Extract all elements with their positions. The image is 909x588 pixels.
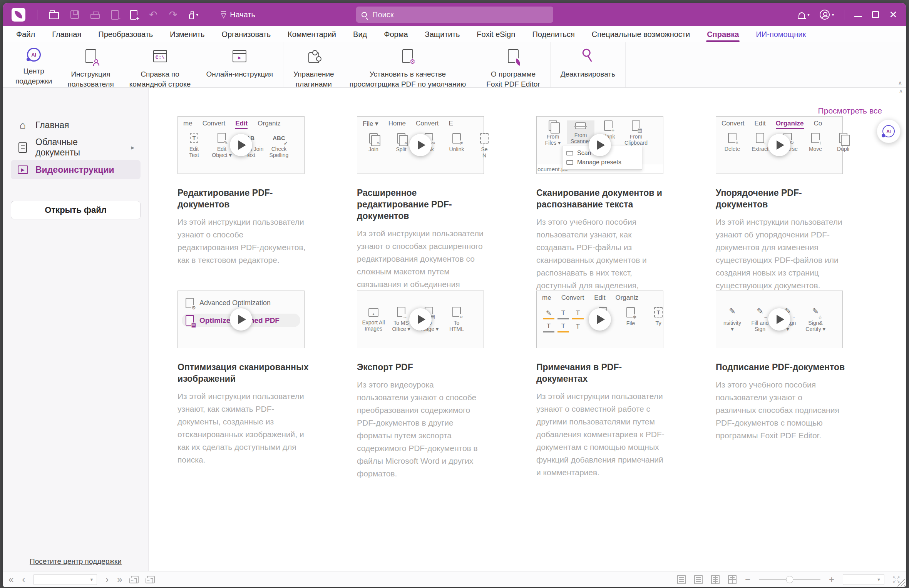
tab-защитить[interactable]: Защитить [424, 28, 461, 41]
hand-tool-button[interactable]: ▾ [189, 10, 199, 19]
unlink-icon: ≠ [452, 133, 461, 144]
support-center-link[interactable]: Посетите центр поддержки [3, 557, 148, 566]
video-thumbnail[interactable]: File ▾HomeConvertE»Join«Split∞Link≠Unlin… [357, 116, 484, 174]
maximize-button[interactable] [872, 11, 879, 18]
single-page-icon[interactable] [677, 575, 686, 584]
tab-изменить[interactable]: Изменить [169, 28, 205, 41]
open-file-button[interactable] [49, 10, 59, 19]
start-menu-button[interactable]: ▽ Начать [221, 10, 255, 19]
scroll-up-icon[interactable]: ∧ [899, 88, 903, 94]
puzzle-glyph [308, 52, 319, 63]
tab-foxit-esign[interactable]: Foxit eSign [476, 28, 516, 41]
zoom-out-icon[interactable]: − [745, 575, 750, 584]
redo-button[interactable]: ↷ [169, 10, 177, 20]
tab-поделиться[interactable]: Поделиться [531, 28, 575, 41]
print-button[interactable] [90, 10, 100, 19]
search-input[interactable] [372, 10, 548, 20]
ribbon-item-label: Деактивировать [561, 69, 615, 79]
play-button[interactable] [230, 134, 252, 156]
account-button[interactable]: ▾ [820, 10, 834, 20]
play-button[interactable] [589, 308, 611, 331]
play-triangle-icon [777, 315, 784, 324]
save-button[interactable] [70, 10, 79, 19]
thumb-tool-label: To MS Office ▾ [392, 320, 410, 332]
tab-комментарий[interactable]: Комментарий [287, 28, 337, 41]
last-page-icon[interactable]: » [117, 575, 122, 584]
ribbon-item-default-viewer[interactable]: ⚙Установить в качествепросмотрщика PDF п… [342, 48, 474, 89]
ribbon-item-cmdline-help[interactable]: C:\Справка покомандной строке [122, 48, 199, 89]
continuous-icon[interactable] [694, 575, 703, 584]
play-triangle-icon [777, 140, 784, 150]
tab-специальные-возможности[interactable]: Специальные возможности [591, 28, 691, 41]
tab-справка[interactable]: Справка [706, 28, 740, 41]
play-button[interactable] [768, 308, 790, 331]
tab-ии-помощник[interactable]: ИИ-помощник [755, 28, 807, 41]
zoom-in-icon[interactable]: + [829, 575, 834, 584]
video-thumbnail[interactable]: ⚙Advanced Optimization▤Optimize Scanned … [177, 291, 305, 348]
search-box[interactable] [356, 7, 553, 23]
next-view-icon[interactable]: → [147, 576, 155, 583]
video-thumbnail[interactable]: meConvertEditOrganizTEdit Text✎Edit Obje… [177, 116, 305, 174]
ai-assistant-button[interactable]: AI [877, 119, 901, 143]
continuous-facing-icon[interactable] [728, 575, 737, 584]
play-button[interactable] [768, 134, 790, 156]
next-page-icon[interactable]: › [105, 575, 109, 584]
play-button[interactable] [589, 134, 611, 156]
zoom-slider[interactable] [759, 579, 820, 580]
tutorial-card: meConvertEditOrganiz✎TTTTT≡Note∗FileTTyП… [536, 291, 669, 480]
page-number-input[interactable] [34, 576, 89, 583]
tab-главная[interactable]: Главная [51, 28, 82, 41]
ribbon-item-about-foxit[interactable]: О программеFoxit PDF Editor [479, 48, 547, 89]
ribbon-item-deactivate[interactable]: Деактивировать [553, 48, 623, 79]
card-description: Из этой инструкции пользователи узнают о… [177, 215, 306, 266]
ribbon-item-plugins[interactable]: Управлениеплагинами [286, 48, 342, 89]
thumb-tool-label: Ty [656, 320, 661, 326]
ribbon-item-online-tutorial[interactable]: ▶Онлайн-инструкция [198, 48, 281, 79]
zoom-slider-thumb[interactable] [786, 576, 793, 583]
collapse-ribbon-icon[interactable]: ∧ [898, 80, 902, 86]
sidebar-item-главная[interactable]: ⌂Главная [11, 115, 141, 135]
tab-преобразовать[interactable]: Преобразовать [97, 28, 154, 41]
zoom-level-combobox[interactable]: ▼ [843, 574, 884, 585]
prev-page-icon[interactable]: ‹ [22, 575, 25, 584]
open-file-button[interactable]: Открыть файл [11, 201, 141, 219]
card-title: Сканирование документов и распознавание … [536, 187, 669, 210]
undo-button[interactable]: ↶ [149, 10, 157, 20]
fullscreen-icon[interactable]: ↖↗↙↘ [893, 576, 901, 583]
video-thumbnail[interactable]: ConvertEditOrganizeCo×Delete↓Extract↻Rev… [716, 116, 843, 174]
video-thumbnail[interactable]: From Files ▾From Scanner+Blank▤From Clip… [536, 116, 663, 174]
tab-вид[interactable]: Вид [352, 28, 368, 41]
close-button[interactable]: ✕ [889, 10, 897, 20]
foxit-logo-button[interactable] [12, 8, 25, 22]
typewriter-icon: T [654, 307, 663, 317]
tab-файл[interactable]: Файл [15, 28, 36, 41]
sidebar-item-облачные-документы[interactable]: Облачные документы▸ [11, 138, 141, 157]
ribbon-item-support-ai[interactable]: AIЦентрподдержки [8, 48, 60, 86]
sidebar-item-видеоинструкции[interactable]: ▶Видеоинструкции [11, 160, 141, 179]
video-thumbnail[interactable]: meConvertEditOrganiz✎TTTTT≡Note∗FileTTy [536, 291, 663, 348]
split-doc-icon: « [397, 133, 405, 144]
previous-view-icon[interactable]: ← [131, 576, 139, 583]
online-tutorial-icon: ▶ [231, 48, 248, 65]
facing-icon[interactable] [711, 575, 720, 584]
notifications-button[interactable]: ▾ [799, 12, 810, 18]
card-description: Из этого видеоурока пользователи узнают … [357, 378, 486, 480]
zoom-level-input[interactable] [843, 576, 877, 583]
tab-форма[interactable]: Форма [383, 28, 408, 41]
create-pdf-button[interactable]: + [130, 10, 137, 20]
video-thumbnail[interactable]: ▲Export All Images→To MS Office ▾▤To Ima… [357, 291, 484, 348]
export-pdf-button[interactable]: - [111, 10, 119, 20]
first-page-icon[interactable]: « [8, 575, 13, 584]
status-bar: «‹▼›»←→ −+▼↖↗↙↘ [3, 571, 906, 587]
minimize-button[interactable] [854, 12, 862, 17]
start-icon: ▽ [221, 11, 226, 19]
play-button[interactable] [409, 134, 432, 156]
video-thumbnail[interactable]: ✎nsitivity ▾✎~Fill and Sign✎▫cuSign ▾✎☆S… [716, 291, 843, 348]
page-number-combobox[interactable]: ▼ [33, 574, 97, 585]
thumb-tool-label: nsitivity ▾ [723, 320, 741, 332]
tab-организовать[interactable]: Организовать [221, 28, 271, 41]
ribbon-item-user-manual[interactable]: Инструкцияпользователя [60, 48, 121, 89]
view-all-link[interactable]: Просмотреть все [818, 106, 882, 115]
play-button[interactable] [230, 308, 252, 331]
play-button[interactable] [409, 308, 432, 331]
